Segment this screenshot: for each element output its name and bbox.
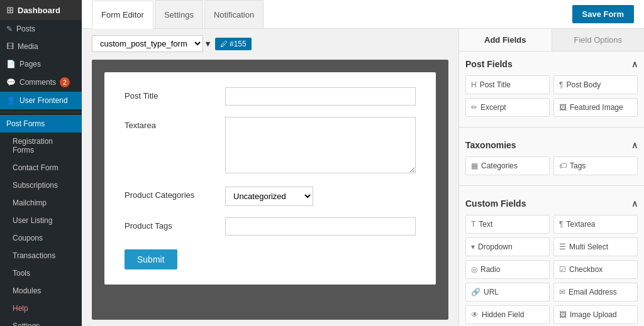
custom-fields-section: Custom Fields ∧ T Text ¶ Textarea ▾ Drop… [459, 191, 644, 326]
sidebar-item-media[interactable]: 🎞 Media [0, 38, 82, 55]
custom-fields-collapse-icon[interactable]: ∧ [631, 198, 638, 209]
modules-label: Modules [13, 286, 41, 295]
field-btn-post-body[interactable]: ¶ Post Body [553, 75, 638, 94]
subscriptions-label: Subscriptions [13, 181, 58, 190]
sidebar-item-subscriptions[interactable]: Subscriptions [0, 177, 82, 194]
field-btn-url[interactable]: 🔗 URL [465, 283, 550, 302]
sidebar-item-mailchimp[interactable]: Mailchimp [0, 194, 82, 212]
url-icon: 🔗 [471, 288, 480, 296]
mailchimp-label: Mailchimp [13, 198, 47, 207]
dropdown-cf-icon: ▾ [471, 242, 475, 251]
sidebar-item-user-frontend[interactable]: 👤 User Frontend [0, 92, 82, 109]
text-icon: T [471, 220, 475, 229]
sidebar-item-registration-forms[interactable]: Registration Forms [0, 133, 82, 159]
divider-1 [0, 112, 82, 112]
taxonomies-header: Taxonomies ∧ [465, 140, 638, 150]
form-id-text: #155 [230, 40, 247, 48]
post-title-input[interactable] [225, 87, 416, 106]
field-btn-textarea-cf[interactable]: ¶ Textarea [553, 215, 638, 234]
sidebar-item-settings[interactable]: Settings [0, 317, 82, 326]
field-control-post-title [225, 87, 416, 106]
form-id-icon: 🖊 [220, 40, 228, 48]
sidebar-item-label: Posts [16, 24, 35, 33]
sidebar-item-post-forms[interactable]: Post Forms [0, 115, 82, 133]
featured-image-icon: 🖼 [559, 103, 567, 112]
field-btn-dropdown[interactable]: ▾ Dropdown [465, 237, 550, 256]
sidebar-item-comments[interactable]: 💬 Comments 2 [0, 73, 82, 92]
field-label-product-categories: Product Categories [125, 187, 213, 200]
field-btn-checkbox[interactable]: ☑ Checkbox [553, 260, 638, 279]
contact-form-label: Contact Form [13, 163, 58, 172]
posts-icon: ✎ [6, 24, 13, 33]
field-btn-post-title[interactable]: H Post Title [465, 75, 550, 94]
tools-label: Tools [13, 269, 30, 278]
field-btn-email-address[interactable]: ✉ Email Address [553, 283, 638, 302]
taxonomies-title: Taxonomies [465, 140, 516, 150]
pages-icon: 📄 [6, 60, 16, 68]
field-btn-hidden-field[interactable]: 👁 Hidden Field [465, 305, 550, 324]
field-row-product-tags: Product Tags [125, 217, 416, 236]
sidebar-item-label: Pages [19, 60, 41, 68]
tab-settings[interactable]: Settings [155, 0, 203, 28]
field-control-textarea [225, 117, 416, 175]
sidebar-item-modules[interactable]: Modules [0, 282, 82, 300]
field-btn-radio[interactable]: ◎ Radio [465, 260, 550, 279]
product-tags-input[interactable] [225, 217, 416, 236]
tab-form-editor[interactable]: Form Editor [92, 1, 153, 29]
radio-icon: ◎ [471, 265, 477, 274]
comments-icon: 💬 [6, 78, 16, 87]
form-id-badge: 🖊 #155 [215, 38, 252, 50]
save-form-button[interactable]: Save Form [572, 5, 634, 23]
field-btn-categories[interactable]: ▦ Categories [465, 156, 550, 175]
excerpt-icon: ✏ [471, 103, 477, 112]
sidebar-header: ⊞ Dashboard [0, 0, 82, 20]
sidebar-item-tools[interactable]: Tools [0, 264, 82, 282]
sidebar-item-user-listing[interactable]: User Listing [0, 212, 82, 229]
textarea-icon: ¶ [559, 220, 563, 229]
field-btn-image-upload[interactable]: 🖼 Image Upload [553, 305, 638, 324]
form-preview: Post Title Textarea Product [92, 60, 448, 320]
field-control-product-categories: Uncategorized [225, 187, 416, 206]
custom-fields-title: Custom Fields [465, 198, 526, 209]
field-label-product-tags: Product Tags [125, 217, 213, 231]
user-listing-label: User Listing [13, 216, 52, 225]
sidebar-item-label: User Frontend [19, 96, 68, 105]
coupons-label: Coupons [13, 234, 43, 242]
panel-tab-field-options[interactable]: Field Options [552, 29, 645, 51]
form-editor-area: custom_post_type_form ▾ 🖊 #155 Post Titl… [82, 29, 458, 326]
settings-label: Settings [13, 322, 40, 326]
dropdown-icon: ▾ [206, 39, 210, 48]
sidebar-item-pages[interactable]: 📄 Pages [0, 55, 82, 73]
panel-tab-add-fields[interactable]: Add Fields [459, 29, 552, 51]
form-inner: Post Title Textarea Product [104, 72, 436, 285]
field-btn-multi-select[interactable]: ☰ Multi Select [553, 237, 638, 256]
taxonomies-grid: ▦ Categories 🏷 Tags [465, 156, 638, 175]
field-btn-text[interactable]: T Text [465, 215, 550, 234]
sidebar-item-coupons[interactable]: Coupons [0, 229, 82, 247]
textarea-input[interactable] [225, 117, 416, 173]
taxonomies-collapse-icon[interactable]: ∧ [631, 140, 638, 150]
post-fields-collapse-icon[interactable]: ∧ [631, 59, 638, 69]
post-fields-section: Post Fields ∧ H Post Title ¶ Post Body ✏… [459, 52, 644, 124]
panel-tabs: Add Fields Field Options [459, 29, 644, 52]
sidebar-item-help[interactable]: Help [0, 300, 82, 317]
product-categories-select[interactable]: Uncategorized [225, 187, 313, 206]
sidebar-item-contact-form[interactable]: Contact Form [0, 159, 82, 177]
comments-badge: 2 [60, 77, 70, 87]
registration-forms-label: Registration Forms [13, 137, 75, 155]
field-btn-tags[interactable]: 🏷 Tags [553, 156, 638, 175]
form-name-dropdown[interactable]: custom_post_type_form [92, 35, 203, 52]
help-label: Help [13, 304, 28, 313]
submit-button[interactable]: Submit [125, 249, 177, 269]
sidebar-item-transactions[interactable]: Transactions [0, 247, 82, 264]
divider-panel-2 [459, 185, 644, 186]
field-label-post-title: Post Title [125, 87, 213, 101]
sidebar-item-posts[interactable]: ✎ Posts [0, 20, 82, 38]
field-btn-featured-image[interactable]: 🖼 Featured Image [553, 98, 638, 117]
field-btn-excerpt[interactable]: ✏ Excerpt [465, 98, 550, 117]
post-body-icon: ¶ [559, 80, 563, 89]
content-area: custom_post_type_form ▾ 🖊 #155 Post Titl… [82, 29, 644, 326]
tab-notification[interactable]: Notification [204, 0, 264, 28]
editor-tabs: Form Editor Settings Notification [92, 0, 265, 28]
sidebar: ⊞ Dashboard ✎ Posts 🎞 Media 📄 Pages 💬 Co… [0, 0, 82, 326]
